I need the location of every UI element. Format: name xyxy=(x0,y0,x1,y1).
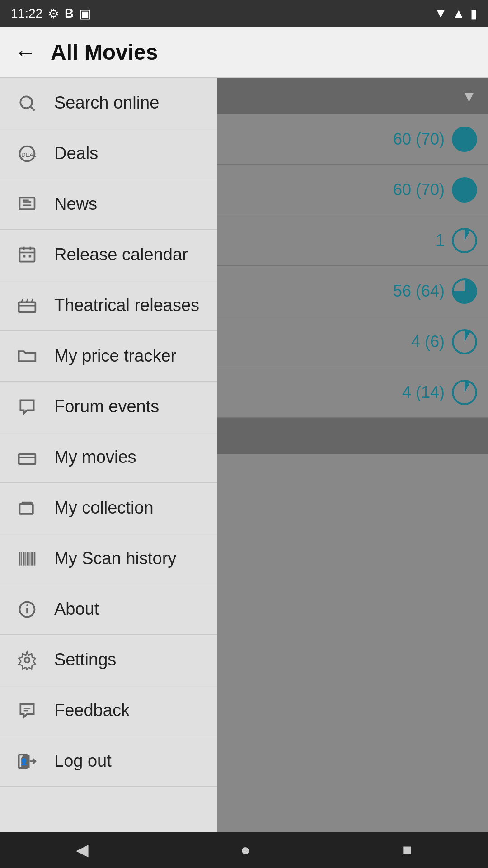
right-row: 4 (14) xyxy=(217,367,488,418)
main-content: Search onlineDEALSDealsNewsRelease calen… xyxy=(0,78,488,832)
drawer-item-my-movies[interactable]: My movies xyxy=(0,432,217,483)
right-row-value: 56 (64) xyxy=(393,282,445,301)
bold-icon: B xyxy=(65,6,74,21)
status-bar: 11:22 ⚙ B ▣ ▼ ▲ ▮ xyxy=(0,0,488,27)
right-row: 1 xyxy=(217,215,488,266)
svg-text:DEALS: DEALS xyxy=(21,151,37,158)
right-row-value: 4 (14) xyxy=(402,383,445,402)
info-icon xyxy=(14,597,40,622)
drawer-item-feedback[interactable]: Feedback xyxy=(0,685,217,736)
pie-icon xyxy=(452,228,477,253)
drawer-item-release-calendar[interactable]: Release calendar xyxy=(0,230,217,280)
time: 11:22 xyxy=(11,6,42,21)
deals-icon: DEALS xyxy=(14,141,40,166)
right-row-value: 1 xyxy=(436,231,445,250)
svg-rect-8 xyxy=(20,248,35,261)
drawer-item-label: My price tracker xyxy=(54,346,176,366)
status-right: ▼ ▲ ▮ xyxy=(435,6,477,21)
right-panel: ▾ 60 (70)60 (70)156 (64)4 (6)4 (14) xyxy=(217,78,488,832)
drawer-item-search-online[interactable]: Search online xyxy=(0,78,217,128)
logout-icon: 👤 xyxy=(14,749,40,774)
drawer-item-label: Theatrical releases xyxy=(54,296,199,315)
svg-rect-30 xyxy=(25,552,26,565)
drawer-item-label: My Scan history xyxy=(54,549,176,568)
svg-rect-14 xyxy=(19,302,36,312)
storage-icon: ▣ xyxy=(79,6,91,21)
svg-point-0 xyxy=(20,96,32,108)
barcode-icon xyxy=(14,546,40,571)
right-row: 4 (6) xyxy=(217,316,488,367)
drawer-item-forum-events[interactable]: Forum events xyxy=(0,382,217,432)
svg-rect-31 xyxy=(27,552,29,565)
feedback-icon xyxy=(14,698,40,723)
right-header: ▾ xyxy=(217,78,488,114)
clapper-icon xyxy=(14,293,40,318)
pie-icon xyxy=(452,177,477,203)
drawer-item-label: My collection xyxy=(54,498,154,518)
drawer-item-label: My movies xyxy=(54,448,136,467)
svg-rect-12 xyxy=(23,255,26,258)
right-row-value: 60 (70) xyxy=(393,130,445,149)
home-nav-button[interactable]: ● xyxy=(240,840,250,859)
svg-rect-23 xyxy=(20,504,33,514)
pie-icon xyxy=(452,127,477,152)
drawer-item-label: News xyxy=(54,194,97,214)
page-title: All Movies xyxy=(51,40,158,65)
drawer: Search onlineDEALSDealsNewsRelease calen… xyxy=(0,78,217,832)
drawer-item-label: About xyxy=(54,599,99,619)
right-row-value: 4 (6) xyxy=(411,332,445,351)
drawer-item-log-out[interactable]: 👤Log out xyxy=(0,736,217,787)
svg-rect-13 xyxy=(29,255,32,258)
wifi-icon: ▼ xyxy=(435,6,447,21)
right-rows: ▾ 60 (70)60 (70)156 (64)4 (6)4 (14) xyxy=(217,78,488,832)
drawer-item-label: Search online xyxy=(54,93,159,113)
drawer-item-deals[interactable]: DEALSDeals xyxy=(0,128,217,179)
drawer-item-theatrical-releases[interactable]: Theatrical releases xyxy=(0,280,217,331)
drawer-item-my-price-tracker[interactable]: My price tracker xyxy=(0,331,217,382)
svg-rect-32 xyxy=(30,552,31,565)
search-icon xyxy=(14,90,40,116)
back-button[interactable]: ← xyxy=(14,40,36,65)
right-row: 60 (70) xyxy=(217,165,488,215)
svg-rect-27 xyxy=(19,552,21,565)
chat-icon xyxy=(14,394,40,420)
drawer-item-about[interactable]: About xyxy=(0,584,217,635)
bottom-nav: ◀ ● ■ xyxy=(0,832,488,868)
drawer-item-my-collection[interactable]: My collection xyxy=(0,483,217,533)
settings-icon xyxy=(14,647,40,673)
drawer-item-my-scan-history[interactable]: My Scan history xyxy=(0,533,217,584)
clapper2-icon xyxy=(14,445,40,470)
svg-point-37 xyxy=(26,604,28,606)
collection-icon xyxy=(14,495,40,521)
right-row: 60 (70) xyxy=(217,114,488,165)
drawer-item-settings[interactable]: Settings xyxy=(0,635,217,685)
svg-rect-4 xyxy=(20,198,35,209)
svg-rect-33 xyxy=(31,552,33,565)
svg-rect-29 xyxy=(23,552,25,565)
svg-point-38 xyxy=(25,657,30,662)
drawer-item-label: Deals xyxy=(54,144,98,163)
dropdown-icon[interactable]: ▾ xyxy=(465,85,474,106)
pie-icon xyxy=(452,380,477,405)
drawer-item-label: Settings xyxy=(54,650,116,670)
svg-rect-20 xyxy=(19,454,36,464)
drawer-item-label: Log out xyxy=(54,751,112,771)
svg-line-1 xyxy=(31,107,34,110)
drawer-item-label: Release calendar xyxy=(54,245,188,264)
right-row: 56 (64) xyxy=(217,266,488,316)
battery-icon: ▮ xyxy=(470,6,477,21)
drawer-item-news[interactable]: News xyxy=(0,179,217,230)
folder-icon xyxy=(14,344,40,369)
back-nav-button[interactable]: ◀ xyxy=(76,840,89,859)
right-row-value: 60 (70) xyxy=(393,180,445,199)
status-left: 11:22 ⚙ B ▣ xyxy=(11,6,91,21)
svg-text:👤: 👤 xyxy=(20,757,28,765)
drawer-item-label: Forum events xyxy=(54,397,159,416)
app-bar: ← All Movies xyxy=(0,27,488,78)
pie-icon xyxy=(452,329,477,354)
calendar-icon xyxy=(14,242,40,268)
svg-rect-28 xyxy=(21,552,22,565)
signal-icon: ▲ xyxy=(452,6,465,21)
recent-nav-button[interactable]: ■ xyxy=(402,840,412,859)
settings-status-icon: ⚙ xyxy=(48,6,59,21)
